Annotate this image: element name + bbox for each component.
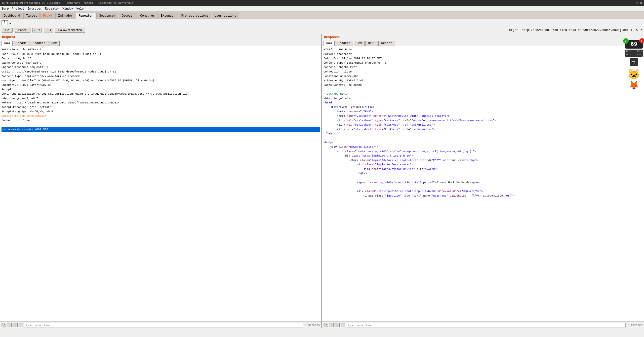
menu-window[interactable]: Window — [62, 7, 73, 11]
nav-back-group[interactable]: ‹ ▾ — [32, 28, 42, 32]
request-line-10b: ed-exchange;v=b3;q=0.7 — [2, 96, 320, 101]
html-line-title: <title>这是一个登录框</title> — [324, 105, 642, 110]
html-line-link2: <link rel="stylesheet" type="text/css" h… — [324, 123, 642, 127]
resp-line-1: HTTP/1.1 302 Found — [324, 48, 642, 52]
request-tab-params[interactable]: Params — [13, 41, 29, 46]
nav-back-button[interactable]: ‹ — [32, 28, 37, 32]
request-search-plus[interactable]: + — [13, 323, 18, 327]
request-line-7: Content-Type: application/x-www-form-url… — [2, 74, 320, 79]
close-button[interactable]: ✕ — [640, 1, 642, 5]
resp-line-9: Cache-Control: no-cache — [324, 83, 642, 88]
response-body[interactable]: HTTP/1.1 302 Found Server: openresty Dat… — [322, 46, 644, 321]
follow-redirection-button[interactable]: Follow redirection — [55, 28, 85, 33]
check-icon: ✓ — [623, 38, 629, 44]
response-title: Response — [322, 34, 644, 40]
response-match-count: 0 matches — [628, 324, 642, 327]
request-search-prev[interactable]: ‹ — [7, 323, 12, 327]
request-title: Request — [0, 34, 321, 40]
maximize-button[interactable]: ☐ — [636, 1, 638, 5]
menu-project[interactable]: Project — [12, 7, 24, 11]
tab-extender[interactable]: Extender — [158, 13, 178, 19]
html-line-endhead: </head> — [324, 132, 642, 136]
request-line-4: Cache-Control: max-age=0 — [2, 61, 320, 65]
html-line-meta2: <meta name="viewport" content="width=dev… — [324, 114, 642, 119]
tab-decoder[interactable]: Decoder — [119, 13, 137, 19]
response-search-input[interactable] — [346, 323, 626, 327]
response-tab-headers[interactable]: Headers — [335, 41, 353, 46]
menu-help[interactable]: Help — [76, 7, 84, 11]
request-search-next[interactable]: › — [19, 323, 23, 327]
request-match-count: 0 matches — [305, 324, 320, 327]
request-pane: Request Raw Params Headers Hex POST /ind… — [0, 34, 322, 328]
menu-intruder[interactable]: Intruder — [27, 7, 42, 11]
response-search-help[interactable]: ? — [324, 323, 328, 327]
resp-line-3: Date: Fri, 14 Jun 2024 12:20:07 GMT — [324, 56, 642, 61]
html-blank3 — [324, 185, 642, 189]
nav-fwd-button[interactable]: › — [44, 28, 48, 32]
resp-line-7: Location: welcome.php — [324, 74, 642, 79]
tab-sequencer[interactable]: Sequencer — [96, 13, 118, 19]
score-badge: ✓ S 69 — [625, 40, 643, 49]
resp-line-5: Content-Length: 2227 — [324, 65, 642, 70]
tab-dashboard[interactable]: Dashboard — [1, 13, 23, 19]
tab-comparer[interactable]: Comparer — [138, 13, 158, 19]
html-line-form: <form class="login100-form validate-form… — [324, 158, 642, 163]
response-tab-render[interactable]: Render — [378, 41, 395, 46]
request-search-bar: ? ‹ + › 0 matches — [0, 321, 321, 328]
request-tab-hex[interactable]: Hex — [49, 41, 60, 46]
request-line-2: Host: 2e2d488d-0538-412a-be4d-de899f4680… — [2, 52, 320, 57]
html-line-div1: <div class="dowebok limiter"> — [324, 145, 642, 149]
html-line-span: <span class="login100-form-title p-t-20 … — [324, 180, 642, 185]
request-line-3: Content-Length: 28 — [2, 56, 320, 61]
cancel-button[interactable]: Cancel — [15, 28, 30, 33]
response-tab-raw[interactable]: Raw — [324, 41, 335, 46]
speed-val-2: 0.2 — [626, 53, 631, 56]
request-search-help[interactable]: ? — [2, 323, 6, 327]
speed-val-1: 0.1 — [626, 50, 631, 53]
html-line-wrapdiv: <div class="wrap-input100 validate-input… — [324, 189, 642, 194]
anime-character-1: 🐱 — [628, 68, 640, 81]
response-search-next[interactable]: › — [341, 323, 345, 327]
menu-repeater[interactable]: Repeater — [45, 7, 60, 11]
go-button[interactable]: Go — [2, 28, 13, 33]
request-body[interactable]: POST /index.php HTTP/1.1 Host: 2e2d488d-… — [0, 46, 321, 321]
nav-fwd-group[interactable]: › ▾ — [44, 28, 53, 32]
score-value: 69 — [631, 41, 637, 48]
speed-display: 0.1 K/s 0.2 K/s — [625, 50, 643, 57]
tab-project-options[interactable]: Project options — [179, 13, 211, 19]
request-tab-raw[interactable]: Raw — [2, 41, 13, 46]
response-search-bar: ? ‹ + › 0 matches — [322, 321, 644, 328]
content-area: Request Raw Params Headers Hex POST /ind… — [0, 34, 644, 328]
repeater-tab-1[interactable]: 1 — [2, 20, 8, 25]
repeater-tab-plus[interactable]: … — [9, 21, 11, 25]
html-line-avdiv: <div class="login100-form-avatar"> — [324, 163, 642, 167]
tab-intruder[interactable]: Intruder — [55, 13, 75, 19]
html-line-input: <input class="input100" type="text" name… — [324, 194, 642, 198]
resp-line-6: Connection: close — [324, 70, 642, 74]
html-line-body: <body> — [324, 140, 642, 145]
menu-burp[interactable]: Burp — [2, 7, 9, 11]
request-line-payload: username=\&passwd=||%091;%00 — [2, 127, 320, 132]
response-search-plus[interactable]: + — [335, 323, 340, 327]
window-controls[interactable]: — ☐ ✕ — [632, 1, 642, 5]
tab-target[interactable]: Target — [23, 13, 40, 19]
help-icon[interactable]: ? — [640, 28, 642, 32]
request-search-input[interactable] — [24, 323, 303, 327]
request-tab-headers[interactable]: Headers — [30, 41, 48, 46]
edit-target-icon[interactable]: ✎ — [636, 28, 638, 32]
tab-proxy[interactable]: Proxy — [40, 13, 55, 19]
html-line-link3: <link rel="stylesheet" type="text/css" h… — [324, 127, 642, 132]
nav-fwd-dropdown[interactable]: ▾ — [48, 28, 53, 32]
request-line-10: text/html,application/xhtml+xml,applicat… — [2, 92, 320, 96]
camera-button[interactable]: 📷 — [630, 58, 638, 66]
minimize-button[interactable]: — — [632, 1, 634, 5]
tab-user-options[interactable]: User options — [212, 13, 239, 19]
response-search-prev[interactable]: ‹ — [329, 323, 334, 327]
menu-bar: Burp Project Intruder Repeater Window He… — [0, 6, 644, 12]
response-tab-hex[interactable]: Hex — [354, 41, 365, 46]
title-bar: Burp Suite Professional v2.0.11beta - Te… — [0, 0, 644, 6]
nav-back-dropdown[interactable]: ▾ — [37, 28, 42, 32]
html-blank2 — [324, 176, 642, 180]
response-tab-html[interactable]: HTML — [365, 41, 378, 46]
tab-repeater[interactable]: Repeater — [76, 13, 96, 19]
